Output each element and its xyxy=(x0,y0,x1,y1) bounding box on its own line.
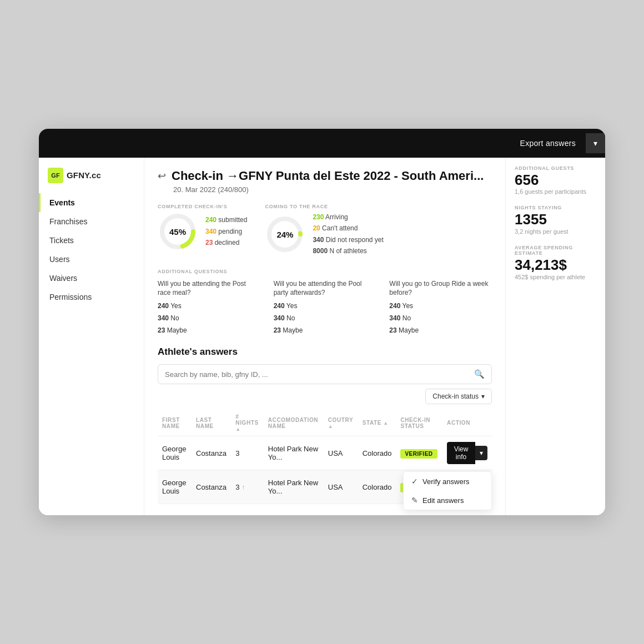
cell-nights: 3 ↑ xyxy=(231,470,263,504)
col-checkin-status: CHECK-IN STATUS xyxy=(396,410,442,436)
table-body: George Louis Costanza 3 Hotel Park New Y… xyxy=(158,436,492,504)
col-state[interactable]: STATE ▲ xyxy=(358,410,396,436)
checkins-pending: 340 xyxy=(205,228,217,235)
coming-details: 230 Arriving 20 Can't attend 340 Did not… xyxy=(313,212,383,257)
cell-last-name: Costanza xyxy=(192,436,231,470)
action-group: View info ▾ xyxy=(447,442,487,464)
coming-label: COMING TO THE RACE xyxy=(265,204,383,209)
sidebar-item-waivers[interactable]: Waivers xyxy=(39,269,144,288)
athletes-table: FIRST NAME LAST NAME # NIGHTS ▲ ACCOMODA… xyxy=(158,410,492,504)
sidebar: GF GFNY.cc Events Franchises Tickets Use… xyxy=(39,158,144,516)
sidebar-item-users[interactable]: Users xyxy=(39,250,144,269)
back-button[interactable]: ↩ xyxy=(158,170,166,182)
nights-staying-value: 1355 xyxy=(515,212,596,228)
aq-label: ADDITIONAL QUESTIONS xyxy=(158,269,492,274)
checkins-label: COMPLETED CHECK-IN'S xyxy=(158,204,247,209)
checkins-details: 240 submitted 340 pending 23 declined xyxy=(205,214,247,248)
aq-col-2: Will you be attending the Pool party aft… xyxy=(274,280,376,336)
cell-action: View info ▾ xyxy=(442,436,492,470)
search-input[interactable] xyxy=(165,370,474,379)
cell-last-name: Costanza xyxy=(192,470,231,504)
right-panel: ADDITIONAL GUESTS 656 1,6 guests per par… xyxy=(505,158,605,516)
nights-staying-stat: NIGHTS STAYING 1355 3,2 nights per guest xyxy=(515,205,596,235)
athletes-section: Athlete's answers 🔍 Check-in status ▾ xyxy=(158,346,492,504)
avg-spending-value: 34,213$ xyxy=(515,257,596,273)
col-first-name: FIRST NAME xyxy=(158,410,192,436)
cell-accomodation: Hotel Park New Yo... xyxy=(264,470,324,504)
avg-spending-label: AVERAGE SPENDING ESTIMATE xyxy=(515,245,596,256)
action-chevron-button[interactable]: ▾ xyxy=(475,446,487,460)
verify-icon: ✓ xyxy=(411,477,418,486)
checkins-chart-row: 45% 240 submitted 340 pending 23 decline… xyxy=(158,212,247,251)
additional-guests-value: 656 xyxy=(515,172,596,188)
aq-question-2: Will you be attending the Pool party aft… xyxy=(274,280,376,297)
table-row: George Louis Costanza 3 Hotel Park New Y… xyxy=(158,436,492,470)
sidebar-item-tickets[interactable]: Tickets xyxy=(39,231,144,250)
view-info-button[interactable]: View info xyxy=(447,442,475,464)
col-action: ACTION xyxy=(442,410,492,436)
sidebar-item-label: Tickets xyxy=(49,236,74,245)
export-answers-button[interactable]: Export answers xyxy=(510,133,586,153)
sidebar-item-events[interactable]: Events xyxy=(39,193,144,212)
cell-country: USA xyxy=(324,436,358,470)
nights-staying-sub: 3,2 nights per guest xyxy=(515,228,596,235)
checkins-percent: 45% xyxy=(169,227,186,236)
edit-icon: ✎ xyxy=(411,496,418,505)
page-title: Check-in →GFNY Punta del Este 2022 - Sou… xyxy=(172,169,484,183)
aq-columns: Will you be attending the Post race meal… xyxy=(158,280,492,336)
cell-nights: 3 xyxy=(231,436,263,470)
filter-row: Check-in status ▾ xyxy=(158,389,492,404)
sidebar-item-permissions[interactable]: Permissions xyxy=(39,288,144,306)
checkins-donut: 45% xyxy=(158,212,198,251)
nights-staying-label: NIGHTS STAYING xyxy=(515,205,596,210)
aq-answer-2: 240 Yes 340 No 23 Maybe xyxy=(274,300,376,336)
dropdown-item-label: Verify answers xyxy=(422,477,470,486)
sidebar-item-label: Events xyxy=(49,198,75,207)
stats-row: COMPLETED CHECK-IN'S 45% 240 submitted 3… xyxy=(158,204,492,257)
logo-area: GF GFNY.cc xyxy=(39,168,144,193)
cell-country: USA xyxy=(324,470,358,504)
cell-first-name: George Louis xyxy=(158,470,192,504)
logo-icon: GF xyxy=(48,168,63,183)
search-icon: 🔍 xyxy=(474,369,485,379)
coming-stat: COMING TO THE RACE 24% 230 Arriving 20 C… xyxy=(265,204,383,257)
dropdown-item-label: Edit answers xyxy=(422,496,464,505)
checkins-submitted: 240 xyxy=(205,216,217,224)
avg-spending-stat: AVERAGE SPENDING ESTIMATE 34,213$ 452$ s… xyxy=(515,245,596,280)
aq-col-1: Will you be attending the Post race meal… xyxy=(158,280,260,336)
checkins-declined: 23 xyxy=(205,239,213,246)
cell-status: VERIFIED xyxy=(396,436,442,470)
col-last-name: LAST NAME xyxy=(192,410,231,436)
table-container: FIRST NAME LAST NAME # NIGHTS ▲ ACCOMODA… xyxy=(158,410,492,504)
additional-guests-sub: 1,6 guests per participants xyxy=(515,188,596,195)
additional-questions: ADDITIONAL QUESTIONS Will you be attendi… xyxy=(158,269,492,336)
table-header: FIRST NAME LAST NAME # NIGHTS ▲ ACCOMODA… xyxy=(158,410,492,436)
page-header: ↩ Check-in →GFNY Punta del Este 2022 - S… xyxy=(158,169,492,183)
sidebar-item-label: Permissions xyxy=(49,293,92,301)
col-nights[interactable]: # NIGHTS ▲ xyxy=(231,410,263,436)
sidebar-item-label: Waivers xyxy=(49,274,77,283)
checkin-status-filter[interactable]: Check-in status ▾ xyxy=(425,389,492,404)
export-btn-group: Export answers ▾ xyxy=(510,133,605,153)
additional-guests-label: ADDITIONAL GUESTS xyxy=(515,165,596,171)
dropdown-item-verify[interactable]: ✓ Verify answers xyxy=(404,472,491,491)
coming-percent: 24% xyxy=(276,229,293,239)
filter-chevron-icon: ▾ xyxy=(481,393,485,400)
sidebar-item-label: Users xyxy=(49,255,70,264)
col-country[interactable]: COUTRY ▲ xyxy=(324,410,358,436)
aq-question-1: Will you be attending the Post race meal… xyxy=(158,280,260,297)
top-bar: Export answers ▾ xyxy=(39,129,605,158)
cell-state: Colorado xyxy=(358,470,396,504)
search-bar: 🔍 xyxy=(158,364,492,384)
filter-label: Check-in status xyxy=(432,393,479,400)
sidebar-item-franchises[interactable]: Franchises xyxy=(39,212,144,231)
sidebar-item-label: Franchises xyxy=(49,217,87,226)
cell-state: Colorado xyxy=(358,436,396,470)
cell-first-name: George Louis xyxy=(158,436,192,470)
coming-donut: 24% xyxy=(265,214,305,254)
dropdown-item-edit[interactable]: ✎ Edit answers xyxy=(404,491,491,510)
export-chevron-button[interactable]: ▾ xyxy=(586,133,605,153)
dropdown-menu: ✓ Verify answers ✎ Edit answers xyxy=(403,471,492,510)
athletes-title: Athlete's answers xyxy=(158,346,492,358)
col-accomodation: ACCOMODATION NAME xyxy=(264,410,324,436)
